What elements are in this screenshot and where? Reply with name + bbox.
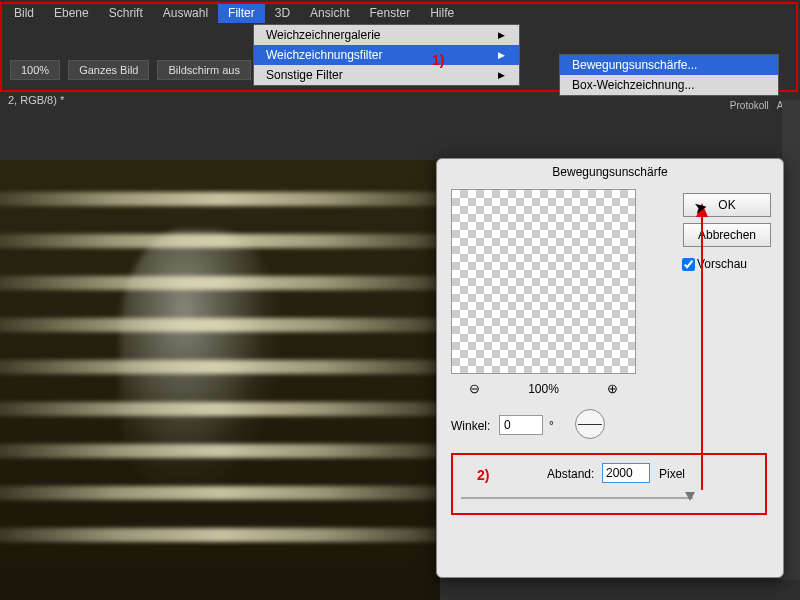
menu-fenster[interactable]: Fenster (359, 3, 420, 23)
preview-zoom-controls: ⊖ 100% ⊕ (451, 381, 636, 396)
zoom-level-button[interactable]: 100% (10, 60, 60, 80)
submenu-arrow-icon: ▶ (498, 30, 505, 40)
light-streak (0, 192, 440, 206)
filter-menu: Weichzeichnergalerie ▶ Weichzeichnungsfi… (253, 24, 520, 86)
dialog-title: Bewegungsunschärfe (437, 159, 783, 185)
cancel-button[interactable]: Abbrechen (683, 223, 771, 247)
menu-ansicht[interactable]: Ansicht (300, 3, 359, 23)
light-streak (0, 360, 440, 374)
preview-area[interactable] (451, 189, 636, 374)
options-bar: 100% Ganzes Bild Bildschirm aus (10, 60, 251, 80)
menu-auswahl[interactable]: Auswahl (153, 3, 218, 23)
light-streak (0, 528, 440, 542)
angle-input[interactable] (499, 415, 543, 435)
zoom-out-icon[interactable]: ⊖ (469, 381, 480, 396)
preview-zoom-value: 100% (528, 382, 559, 396)
motion-blur-dialog: Bewegungsunschärfe ⊖ 100% ⊕ Winkel: ° 2)… (436, 158, 784, 578)
menu-filter[interactable]: Filter (218, 3, 265, 23)
zoom-in-icon[interactable]: ⊕ (607, 381, 618, 396)
distance-slider-track[interactable] (461, 497, 693, 499)
document-tab[interactable]: 2, RGB/8) * (0, 90, 72, 110)
tab-protokoll[interactable]: Protokoll (730, 100, 769, 111)
menu-item-label: Weichzeichnergalerie (266, 28, 381, 42)
ok-button[interactable]: OK (683, 193, 771, 217)
light-streak (0, 318, 440, 332)
menu-hilfe[interactable]: Hilfe (420, 3, 464, 23)
preview-checkbox-row[interactable]: Vorschau (682, 257, 747, 271)
menu-item-box-weichzeichnung[interactable]: Box-Weichzeichnung... (560, 75, 778, 95)
menu-item-weichzeichnungsfilter[interactable]: Weichzeichnungsfilter ▶ (254, 45, 519, 65)
menu-item-bewegungsunschaerfe[interactable]: Bewegungsunschärfe... (560, 55, 778, 75)
fill-screen-button[interactable]: Bildschirm aus (157, 60, 251, 80)
preview-checkbox-label: Vorschau (697, 257, 747, 271)
submenu-arrow-icon: ▶ (498, 50, 505, 60)
menu-item-label: Bewegungsunschärfe... (572, 58, 697, 72)
distance-unit: Pixel (659, 467, 685, 481)
annotation-2: 2) (477, 467, 489, 483)
preview-checkbox[interactable] (682, 258, 695, 271)
menu-item-weichzeichnergalerie[interactable]: Weichzeichnergalerie ▶ (254, 25, 519, 45)
menu-bild[interactable]: Bild (4, 3, 44, 23)
blur-submenu: Bewegungsunschärfe... Box-Weichzeichnung… (559, 54, 779, 96)
menu-item-sonstige-filter[interactable]: Sonstige Filter ▶ (254, 65, 519, 85)
menu-schrift[interactable]: Schrift (99, 3, 153, 23)
light-streak (0, 486, 440, 500)
menu-bar: Bild Ebene Schrift Auswahl Filter 3D Ans… (0, 2, 800, 24)
right-dock (782, 100, 800, 580)
menu-item-label: Weichzeichnungsfilter (266, 48, 383, 62)
menu-item-label: Sonstige Filter (266, 68, 343, 82)
light-streak (0, 402, 440, 416)
light-streak (0, 234, 440, 248)
angle-wheel[interactable] (575, 409, 605, 439)
menu-ebene[interactable]: Ebene (44, 3, 99, 23)
distance-input[interactable] (602, 463, 650, 483)
submenu-arrow-icon: ▶ (498, 70, 505, 80)
fit-whole-button[interactable]: Ganzes Bild (68, 60, 149, 80)
menu-item-label: Box-Weichzeichnung... (572, 78, 695, 92)
distance-slider-thumb[interactable] (685, 492, 695, 501)
angle-degree-symbol: ° (549, 419, 554, 433)
light-streak (0, 444, 440, 458)
distance-label: Abstand: (547, 467, 594, 481)
canvas[interactable] (0, 160, 440, 600)
light-streak (0, 276, 440, 290)
angle-label: Winkel: (451, 419, 490, 433)
menu-3d[interactable]: 3D (265, 3, 300, 23)
